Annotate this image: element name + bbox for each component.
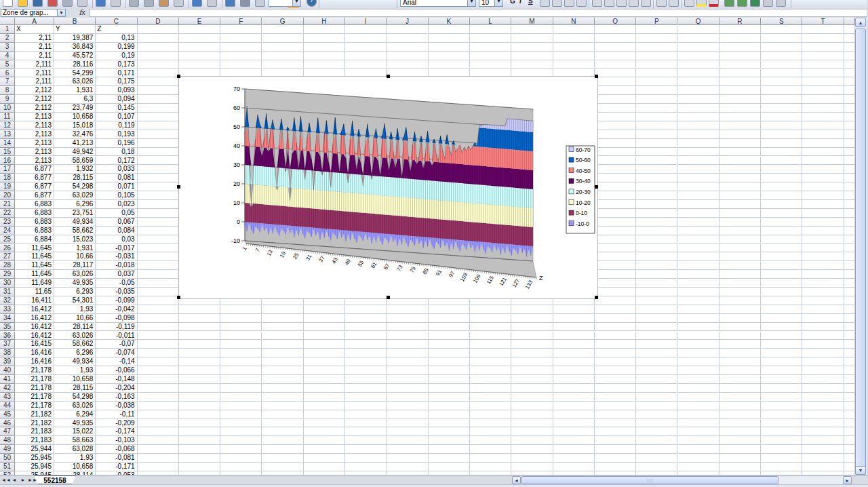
cell-M5[interactable] [511, 60, 553, 69]
format-painter-icon[interactable] [174, 0, 184, 7]
cell-S48[interactable] [761, 436, 802, 445]
cell-Q44[interactable] [678, 402, 719, 410]
cell-M40[interactable] [511, 366, 553, 375]
cell-J39[interactable] [387, 357, 428, 366]
cell-F38[interactable] [220, 349, 262, 357]
cell-N38[interactable] [553, 349, 595, 357]
cell-A25[interactable]: 6,884 [15, 235, 54, 244]
cell-R22[interactable] [719, 209, 761, 218]
cell-C16[interactable]: 0,172 [96, 157, 137, 165]
cell-D8[interactable] [138, 86, 179, 95]
highlight-color-icon[interactable] [696, 0, 707, 7]
row-header-35[interactable]: 35 [0, 323, 15, 332]
cell-P50[interactable] [636, 454, 677, 463]
cell-C39[interactable]: -0,14 [96, 357, 137, 366]
row-header-24[interactable]: 24 [0, 227, 15, 235]
cell-O31[interactable] [595, 288, 636, 296]
cell-C42[interactable]: -0,204 [96, 384, 137, 393]
cell-P32[interactable] [636, 296, 677, 305]
cell-G35[interactable] [262, 323, 304, 332]
cell-Q9[interactable] [678, 95, 719, 104]
cell-C46[interactable]: -0,209 [96, 419, 137, 428]
cell-C22[interactable]: 0,05 [96, 209, 137, 218]
cell-M36[interactable] [511, 332, 553, 340]
cell-D11[interactable] [138, 113, 179, 121]
cell-L40[interactable] [470, 366, 511, 375]
cell-R25[interactable] [719, 235, 761, 244]
cell-partial[interactable] [844, 174, 855, 182]
cell-D45[interactable] [138, 410, 179, 419]
column-header-S[interactable]: S [761, 18, 802, 25]
cell-partial[interactable] [844, 366, 855, 375]
cell-T9[interactable] [802, 95, 844, 104]
cell-S49[interactable] [761, 445, 802, 454]
cell-G38[interactable] [262, 349, 304, 357]
cell-M1[interactable] [511, 25, 553, 34]
selection-handle[interactable] [595, 185, 598, 189]
cell-D36[interactable] [138, 332, 179, 340]
cell-T24[interactable] [802, 227, 844, 235]
cell-C24[interactable]: 0,084 [96, 227, 137, 235]
cell-I33[interactable] [345, 305, 387, 314]
underline-button[interactable]: S [528, 0, 533, 5]
cell-B11[interactable]: 10,658 [54, 113, 96, 121]
cell-Q18[interactable] [678, 174, 719, 182]
cell-R28[interactable] [719, 261, 761, 270]
cell-Q36[interactable] [678, 332, 719, 340]
cell-J36[interactable] [387, 332, 428, 340]
cell-C37[interactable]: -0,07 [96, 340, 137, 349]
cell-A47[interactable]: 21,183 [15, 427, 54, 436]
row-header-14[interactable]: 14 [0, 139, 15, 148]
row-header-46[interactable]: 46 [0, 419, 15, 428]
row-header-6[interactable]: 6 [0, 69, 15, 78]
cell-O4[interactable] [595, 52, 636, 60]
cell-S16[interactable] [761, 157, 802, 165]
cell-R35[interactable] [719, 323, 761, 332]
cell-B9[interactable]: 6,3 [54, 95, 96, 104]
cell-A4[interactable]: 2,11 [15, 52, 54, 60]
cell-A35[interactable]: 16,412 [15, 323, 54, 332]
cell-H44[interactable] [304, 402, 345, 410]
cell-C51[interactable]: -0,171 [96, 463, 137, 471]
row-header-27[interactable]: 27 [0, 252, 15, 261]
cell-O14[interactable] [595, 139, 636, 148]
cell-P2[interactable] [636, 34, 677, 43]
cell-T5[interactable] [802, 60, 844, 69]
cell-B51[interactable]: 10,658 [54, 463, 96, 471]
cell-R34[interactable] [719, 314, 761, 323]
cell-Q46[interactable] [678, 419, 719, 428]
cell-T34[interactable] [802, 314, 844, 323]
cell-G40[interactable] [262, 366, 304, 375]
cell-K1[interactable] [429, 25, 470, 34]
cell-C19[interactable]: 0,071 [96, 182, 137, 191]
cell-B29[interactable]: 63,026 [54, 270, 96, 279]
cell-A7[interactable]: 2,111 [15, 77, 54, 86]
cell-B27[interactable]: 10,66 [54, 252, 96, 261]
cell-N35[interactable] [553, 323, 595, 332]
row-header-31[interactable]: 31 [0, 288, 15, 296]
cell-M44[interactable] [511, 402, 553, 410]
cell-E35[interactable] [179, 323, 220, 332]
cell-O17[interactable] [595, 165, 636, 174]
cell-R41[interactable] [719, 375, 761, 384]
cell-T17[interactable] [802, 165, 844, 174]
cell-D2[interactable] [138, 34, 179, 43]
cell-G39[interactable] [262, 357, 304, 366]
cell-P40[interactable] [636, 366, 677, 375]
cell-I5[interactable] [345, 60, 387, 69]
cell-Q22[interactable] [678, 209, 719, 218]
align-right-icon[interactable] [564, 0, 574, 7]
cell-partial[interactable] [844, 357, 855, 366]
cell-L39[interactable] [470, 357, 511, 366]
cell-S13[interactable] [761, 130, 802, 139]
cell-R19[interactable] [719, 182, 761, 191]
cell-L45[interactable] [470, 410, 511, 419]
cell-S11[interactable] [761, 113, 802, 121]
cell-P12[interactable] [636, 121, 677, 130]
cell-C15[interactable]: 0,18 [96, 148, 137, 157]
cell-K50[interactable] [429, 454, 470, 463]
cell-partial[interactable] [844, 227, 855, 235]
cell-T23[interactable] [802, 218, 844, 227]
cell-K36[interactable] [429, 332, 470, 340]
cell-I51[interactable] [345, 463, 387, 471]
